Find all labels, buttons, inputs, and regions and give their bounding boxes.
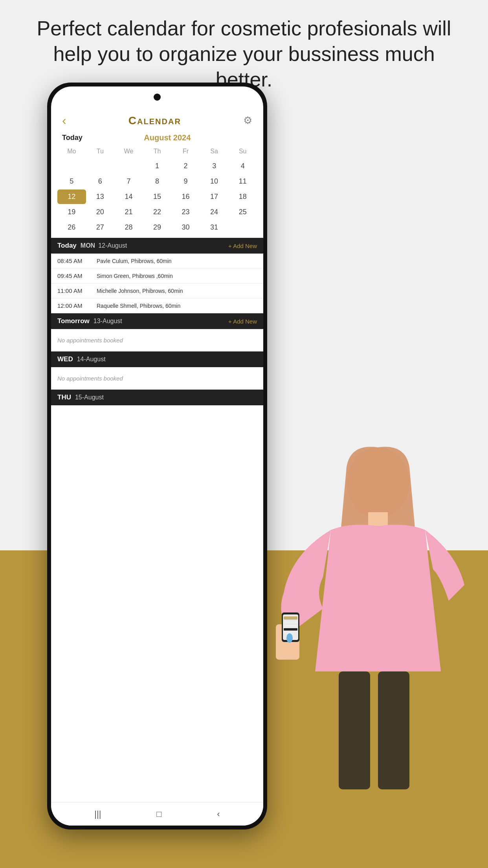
month-label: August 2024 [83, 133, 252, 142]
calendar-day[interactable]: 5 [57, 174, 86, 189]
calendar-day[interactable]: 31 [200, 220, 229, 235]
schedule-day-date: 14-August [77, 356, 257, 363]
calendar-day[interactable]: 29 [143, 220, 172, 235]
calendar-day [86, 159, 115, 173]
appointment-time: 08:45 AM [57, 257, 97, 264]
calendar-day[interactable]: 19 [57, 205, 86, 219]
day-header: Fr [171, 145, 200, 157]
appointment-row[interactable]: 08:45 AMPavle Culum, Phibrows, 60min [51, 254, 263, 268]
calendar-grid: MoTuWeThFrSaSu 1234567891011121314151617… [51, 145, 263, 235]
no-appointments-text: No appointments booked [51, 367, 263, 390]
svg-rect-8 [284, 628, 297, 631]
schedule-header-1: Tomorrow13-August+ Add New [51, 313, 263, 329]
schedule-header-2: WED14-August [51, 351, 263, 367]
tagline: Perfect calendar for cosmetic profesiona… [0, 16, 488, 92]
calendar-day [114, 159, 143, 173]
add-new-button[interactable]: + Add New [228, 243, 257, 249]
svg-rect-6 [284, 621, 297, 623]
no-appointments-text: No appointments booked [51, 329, 263, 351]
month-nav: Today August 2024 [51, 132, 263, 145]
day-header: Su [228, 145, 257, 157]
svg-rect-12 [378, 671, 409, 789]
calendar-day[interactable]: 7 [114, 174, 143, 189]
calendar-day[interactable]: 13 [86, 189, 115, 204]
day-header: We [114, 145, 143, 157]
camera-dot [154, 94, 161, 101]
schedule-day-label: WED [57, 355, 73, 363]
schedule-day-label: Tomorrow [57, 317, 90, 325]
calendar-day[interactable]: 25 [228, 205, 257, 219]
calendar-day[interactable]: 2 [171, 159, 200, 173]
svg-rect-7 [284, 625, 297, 627]
calendar-day [57, 159, 86, 173]
schedule-day-label: Today [57, 242, 77, 250]
calendar-day[interactable]: 28 [114, 220, 143, 235]
calendar-day[interactable]: 27 [86, 220, 115, 235]
svg-rect-11 [339, 671, 370, 789]
appointment-row[interactable]: 09:45 AMSimon Green, Phibrows ,60min [51, 268, 263, 283]
add-new-button[interactable]: + Add New [228, 318, 257, 325]
back-button[interactable]: ‹ [62, 113, 66, 128]
appointment-time: 11:00 AM [57, 287, 97, 294]
appointment-details: Michelle Johnson, Phibrows, 60min [97, 288, 183, 294]
calendar-day [228, 220, 257, 235]
schedule-header-0: TodayMON12-August+ Add New [51, 238, 263, 254]
appointment-details: Simon Green, Phibrows ,60min [97, 273, 173, 279]
calendar-day[interactable]: 24 [200, 205, 229, 219]
day-header: Mo [57, 145, 86, 157]
calendar-day[interactable]: 4 [228, 159, 257, 173]
appointment-details: Pavle Culum, Phibrows, 60min [97, 258, 172, 264]
svg-point-10 [286, 633, 293, 643]
calendar-day[interactable]: 15 [143, 189, 172, 204]
calendar-day[interactable]: 17 [200, 189, 229, 204]
schedule-day-name: MON [81, 242, 95, 249]
calendar-day[interactable]: 3 [200, 159, 229, 173]
schedule-section: TodayMON12-August+ Add New08:45 AMPavle … [51, 238, 263, 405]
calendar-day[interactable]: 6 [86, 174, 115, 189]
calendar-day[interactable]: 11 [228, 174, 257, 189]
calendar-day[interactable]: 23 [171, 205, 200, 219]
calendar-day[interactable]: 8 [143, 174, 172, 189]
calendar-day[interactable]: 18 [228, 189, 257, 204]
app-title: Calendar [128, 114, 181, 127]
schedule-header-3: THU15-August [51, 390, 263, 405]
calendar-day[interactable]: 22 [143, 205, 172, 219]
schedule-day-label: THU [57, 394, 71, 401]
calendar-day[interactable]: 16 [171, 189, 200, 204]
calendar-rows: 1234567891011121314151617181920212223242… [57, 159, 257, 235]
person-image [213, 436, 488, 868]
day-header: Th [143, 145, 172, 157]
appointment-row[interactable]: 11:00 AMMichelle Johnson, Phibrows, 60mi… [51, 283, 263, 298]
appointment-row[interactable]: 12:00 AMRaquelle Shmell, Phibrows, 60min [51, 298, 263, 313]
day-header: Tu [86, 145, 115, 157]
calendar-day[interactable]: 10 [200, 174, 229, 189]
recent-apps-icon[interactable]: ||| [94, 809, 101, 819]
schedule-day-date: 15-August [75, 394, 257, 401]
calendar-day[interactable]: 20 [86, 205, 115, 219]
svg-rect-5 [284, 616, 297, 620]
schedule-day-date: 12-August [98, 242, 228, 249]
calendar-day[interactable]: 1 [143, 159, 172, 173]
calendar-day[interactable]: 26 [57, 220, 86, 235]
calendar-day[interactable]: 14 [114, 189, 143, 204]
calendar-day[interactable]: 9 [171, 174, 200, 189]
settings-icon[interactable]: ⚙ [243, 114, 252, 127]
app-header: ‹ Calendar ⚙ [51, 106, 263, 132]
calendar-day[interactable]: 30 [171, 220, 200, 235]
appointment-details: Raquelle Shmell, Phibrows, 60min [97, 303, 180, 309]
today-button[interactable]: Today [62, 134, 83, 142]
appointment-time: 12:00 AM [57, 302, 97, 309]
calendar-day[interactable]: 21 [114, 205, 143, 219]
calendar-day[interactable]: 12 [57, 189, 86, 204]
schedule-day-date: 13-August [94, 318, 228, 325]
day-header: Sa [200, 145, 229, 157]
home-icon[interactable]: □ [156, 809, 161, 819]
day-headers: MoTuWeThFrSaSu [57, 145, 257, 157]
appointment-time: 09:45 AM [57, 272, 97, 279]
